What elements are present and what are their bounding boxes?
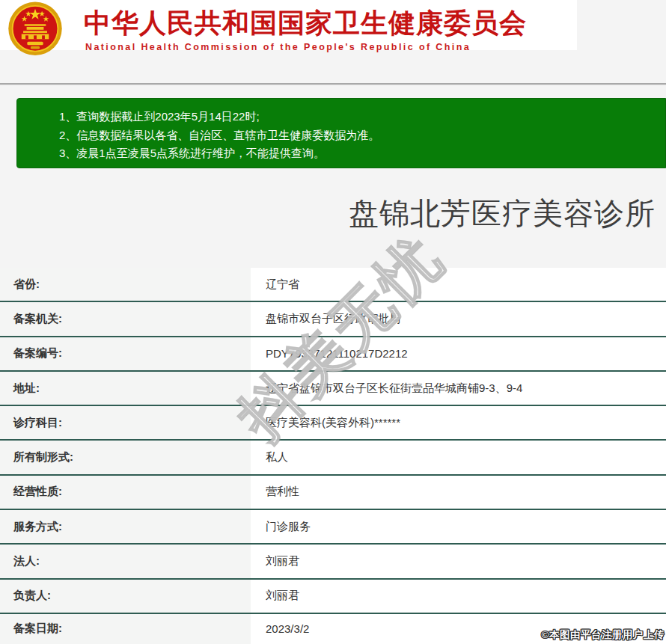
row-label: 服务方式: xyxy=(0,510,251,543)
info-table: 省份: 辽宁省 备案机关: 盘锦市双台子区行政审批局 备案编号: PDY7933… xyxy=(0,268,666,644)
info-row-person-in-charge: 负责人: 刘丽君 xyxy=(0,580,666,614)
info-row-clinical-departments: 诊疗科目: 医疗美容科(美容外科)****** xyxy=(0,406,666,441)
info-row-province: 省份: 辽宁省 xyxy=(0,268,666,302)
row-value: 私人 xyxy=(251,441,666,473)
row-label: 诊疗科目: xyxy=(0,406,251,439)
header-divider xyxy=(0,83,666,85)
row-value: 盘锦市双台子区行政审批局 xyxy=(251,302,666,335)
row-label: 地址: xyxy=(0,372,251,405)
row-value: 辽宁省盘锦市双台子区长征街壹品华城商铺9-3、9-4 xyxy=(251,372,666,405)
site-header: 中华人民共和国国家卫生健康委员会 National Health Commiss… xyxy=(0,0,577,50)
row-label: 负责人: xyxy=(0,580,251,613)
row-value: 门诊服务 xyxy=(251,510,666,543)
notice-line-1: 1、查询数据截止到2023年5月14日22时; xyxy=(59,108,658,126)
row-value: 刘丽君 xyxy=(251,580,666,613)
query-result-page: 中华人民共和国国家卫生健康委员会 National Health Commiss… xyxy=(0,0,666,644)
info-row-address: 地址: 辽宁省盘锦市双台子区长征街壹品华城商铺9-3、9-4 xyxy=(0,372,666,406)
notice-line-3: 3、凌晨1点至凌晨5点系统进行维护，不能提供查询。 xyxy=(59,144,658,163)
site-title-chinese: 中华人民共和国国家卫生健康委员会 xyxy=(84,7,527,39)
info-row-legal-person: 法人: 刘丽君 xyxy=(0,545,666,579)
row-label: 备案日期: xyxy=(0,614,251,644)
row-label: 经营性质: xyxy=(0,476,251,509)
row-value: 营利性 xyxy=(251,476,666,509)
row-label: 备案编号: xyxy=(0,337,251,370)
info-row-filing-number: 备案编号: PDY79337121110217D2212 xyxy=(0,337,666,372)
copyright-watermark: ©本图由平台注册用户上传 xyxy=(542,628,665,642)
notice-line-2: 2、信息数据结果以各省、自治区、直辖市卫生健康委数据为准。 xyxy=(59,126,658,145)
info-row-ownership-type: 所有制形式: 私人 xyxy=(0,441,666,475)
row-label: 省份: xyxy=(0,268,251,301)
site-title-english: National Health Commission of the People… xyxy=(85,42,471,52)
china-national-emblem-icon xyxy=(5,1,65,58)
row-label: 备案机关: xyxy=(0,302,251,335)
info-row-service-mode: 服务方式: 门诊服务 xyxy=(0,510,666,545)
row-value: 刘丽君 xyxy=(251,545,666,577)
row-label: 法人: xyxy=(0,545,251,577)
row-value: PDY79337121110217D2212 xyxy=(251,337,666,370)
row-value: 辽宁省 xyxy=(251,268,666,301)
notice-box: 1、查询数据截止到2023年5月14日22时; 2、信息数据结果以各省、自治区、… xyxy=(16,98,666,168)
row-label: 所有制形式: xyxy=(0,441,251,473)
info-row-operation-nature: 经营性质: 营利性 xyxy=(0,476,666,510)
page-title: 盘锦北芳医疗美容诊所 xyxy=(349,193,656,234)
info-row-filing-authority: 备案机关: 盘锦市双台子区行政审批局 xyxy=(0,302,666,337)
row-value: 医疗美容科(美容外科)****** xyxy=(251,406,666,439)
